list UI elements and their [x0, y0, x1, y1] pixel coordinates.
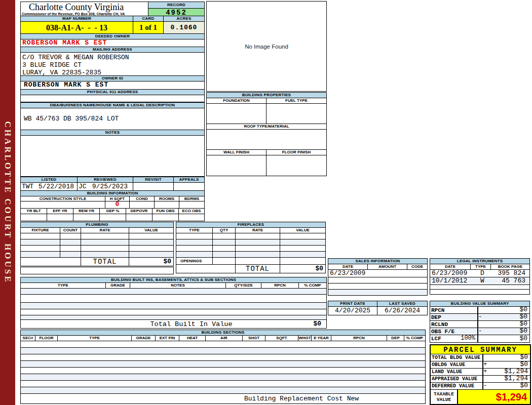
parcel-op: +: [483, 361, 490, 368]
bvs-op: -: [478, 314, 485, 320]
table-row: [328, 290, 427, 295]
bvs-label: RCLND: [430, 321, 478, 328]
parcel-op: [483, 354, 490, 361]
bs-col-heat: HEAT: [179, 336, 206, 341]
bs-col-shgt: SHGT: [243, 336, 265, 341]
table-row: [21, 246, 173, 252]
legal-row: 6/23/2009 D 395 824: [430, 270, 529, 277]
fireplaces-total-value: $0: [280, 265, 325, 273]
building-sections-title: BUILDING SECTIONS: [21, 330, 425, 336]
fireplaces-title: FIREPLACES: [176, 222, 325, 228]
record-number: 4952: [148, 9, 204, 16]
mailing-line-2: 3 BLUE RIDGE CT: [22, 61, 204, 69]
listed-by: TWT: [22, 183, 33, 191]
bs-col-sqft: SQFT: [265, 336, 298, 341]
bvs-label: DEP: [430, 314, 478, 320]
acres-label: ACRES: [164, 16, 204, 21]
bs-col-type: TYPE: [58, 336, 132, 341]
parcel-op: -: [483, 383, 490, 389]
built-ins-col-qtysize: QTY/SIZE: [226, 283, 261, 288]
floor-finish-value: [267, 155, 326, 176]
building-information-panel: BUILDING INFORMATION CONSTRUCTION STYLE …: [20, 190, 205, 221]
mailing-address-label: MAILING ADDRESS: [21, 47, 204, 53]
table-row: [21, 341, 425, 348]
built-ins-title: BUILDING BUILT INS, BASEMENTS, ATTICS & …: [21, 277, 326, 283]
bvs-label: OBS F/E: [430, 328, 478, 335]
taxable-label-line2: VALUE: [437, 397, 451, 402]
floor-finish-label: FLOOR FINISH: [267, 150, 326, 155]
legal-col-bookpage: BOOK PAGE: [491, 264, 529, 269]
plumbing-title: PLUMBING: [21, 222, 173, 228]
plumbing-col-rate: RATE: [81, 228, 129, 233]
foundation-value: [207, 104, 267, 124]
bs-col-whgt: WHGT: [298, 336, 312, 341]
appeals-label: APPEALS: [174, 177, 204, 182]
table-row: [328, 277, 427, 284]
fireplaces-openings-rate: [236, 258, 280, 264]
revisit-label: REVISIT: [133, 177, 174, 182]
sales-information-panel: SALES INFORMATION DATE AMOUNT CODE 6/23/…: [328, 258, 428, 296]
table-row: [21, 387, 425, 394]
parcel-label: TOTAL BLDG VALUE: [431, 354, 483, 361]
instrument-bookpage: 395 824: [492, 270, 529, 277]
county-title-cell: Charlotte County Virginia Commissioner o…: [21, 2, 148, 16]
fireplaces-total-spacer: [176, 265, 236, 273]
fireplaces-col-rate: RATE: [236, 228, 280, 233]
table-row: [176, 246, 325, 252]
reviewed-cell: JC 9/25/2023: [78, 183, 133, 191]
bs-col-floor: FLOOR: [35, 336, 58, 341]
notes-value: [21, 136, 204, 176]
taxable-value: $1,294: [458, 390, 530, 404]
bvs-lcf-pct: 100%: [461, 335, 475, 342]
bvs-label-lcf: LCF 100%: [430, 335, 478, 342]
built-ins-col-grade: GRADE: [106, 283, 130, 288]
bvs-value: $0: [485, 328, 529, 335]
listed-cell: TWT 5/22/2018: [21, 183, 78, 191]
instrument-type: W: [472, 277, 492, 285]
sales-col-date: DATE: [328, 264, 368, 269]
cond-value: [130, 201, 155, 208]
review-panel: LISTED REVIEWED REVISIT APPEALS TWT 5/22…: [20, 177, 205, 191]
table-row: [21, 289, 326, 295]
taxable-value-label: TAXABLE VALUE: [431, 390, 458, 404]
bvs-op: -: [478, 328, 485, 335]
table-row: [328, 284, 427, 290]
hsqft-value: 0: [105, 201, 130, 208]
building-value-summary-panel: BUILDING VALUE SUMMARY RPCN $0 DEP - $0 …: [430, 301, 530, 343]
bs-col-dep: DEP: [387, 336, 404, 341]
bvs-op: [478, 307, 485, 313]
built-ins-panel: BUILDING BUILT INS, BASEMENTS, ATTICS & …: [20, 277, 327, 329]
roof-label: ROOF TYPE/MATERIAL: [207, 124, 326, 130]
legal-col-type: TYPE: [471, 264, 491, 269]
sales-row: 6/23/2009: [328, 270, 427, 277]
bvs-op: [478, 321, 485, 328]
building-properties-title: BUILDING PROPERTIES: [207, 93, 326, 98]
no-image-text: No Image Found: [245, 44, 288, 50]
building-properties-panel: BUILDING PROPERTIES FOUNDATION FUEL TYPE…: [206, 92, 327, 176]
table-row: [21, 315, 326, 320]
hsqft-label: H SQFT: [105, 196, 130, 201]
table-row: [176, 233, 325, 239]
card-label: CARD: [133, 16, 164, 21]
ecoobs-value: [179, 214, 204, 221]
fireplaces-openings-label: OPENINGS: [176, 258, 213, 264]
table-row: [21, 354, 425, 361]
mailing-line-3: LURAY, VA 22835-2835: [22, 69, 204, 76]
bvs-label: LCF: [431, 336, 441, 342]
table-row: [21, 295, 326, 303]
cond-label: COND: [130, 196, 155, 201]
fireplaces-total-label: TOTAL: [236, 265, 280, 273]
parcel-label: LAND VALUE: [431, 369, 483, 375]
building-information-title: BUILDING INFORMATION: [21, 191, 204, 196]
remyr-label: REM YR: [73, 209, 100, 214]
sales-title: SALES INFORMATION: [328, 259, 427, 264]
parcel-label: OBLDG VALUE: [431, 361, 483, 368]
deppct-value: [100, 214, 126, 221]
bvs-value: $0: [485, 335, 529, 342]
depovr-value: [126, 214, 153, 221]
map-number-label: MAP NUMBER: [21, 16, 133, 21]
table-row: [21, 252, 173, 258]
bdrms-label: BDRMS: [179, 196, 204, 201]
instrument-bookpage: 45 763: [492, 277, 529, 285]
parcel-op: [483, 376, 490, 382]
